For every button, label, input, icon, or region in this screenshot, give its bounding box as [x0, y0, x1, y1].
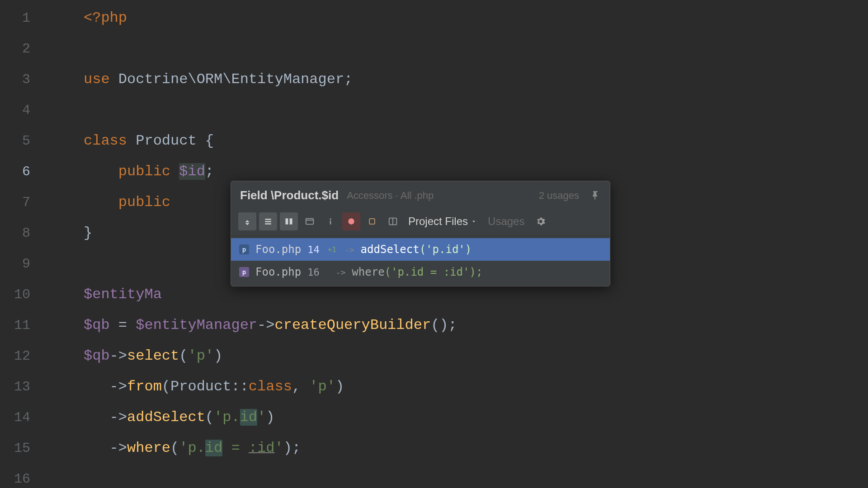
code-line[interactable]	[43, 95, 868, 126]
line-gutter: 1 2 3 4 5 6 7 8 9 10 11 12 13 14 15 16	[0, 0, 43, 488]
code-editor: 1 2 3 4 5 6 7 8 9 10 11 12 13 14 15 16 <…	[0, 0, 868, 488]
write-access-filter-button[interactable]	[363, 212, 381, 230]
line-number[interactable]: 4	[0, 95, 43, 126]
popup-title: Field \Product.$id	[240, 188, 339, 202]
code-line[interactable]: ->where('p.id = :id');	[43, 433, 868, 464]
code-line[interactable]: class Product {	[43, 126, 868, 156]
popup-toolbar: Project Files Usages	[231, 209, 610, 236]
code-line[interactable]: $qb->select('p')	[43, 341, 868, 371]
find-usages-popup: Field \Product.$id Accessors · All .php …	[231, 181, 610, 286]
php-file-icon: p	[239, 244, 249, 254]
line-number[interactable]: 5	[0, 126, 43, 156]
code-line[interactable]: use Doctrine\ORM\EntityManager;	[43, 64, 868, 95]
usages-count: 2 usages	[539, 190, 579, 202]
line-number[interactable]: 10	[0, 279, 43, 310]
result-line-number: 16	[307, 267, 320, 278]
result-arrow: ->	[336, 267, 346, 277]
scope-selector[interactable]: Project Files	[405, 215, 481, 228]
line-number[interactable]: 13	[0, 371, 43, 402]
gear-icon[interactable]	[535, 216, 546, 227]
usage-result-row[interactable]: p Foo.php 16 -> where('p.id = :id');	[231, 261, 610, 283]
result-line-number: 14	[307, 244, 320, 255]
svg-point-8	[348, 218, 354, 224]
code-line[interactable]	[43, 464, 868, 488]
code-line[interactable]: $qb = $entityManager->createQueryBuilder…	[43, 310, 868, 341]
popup-header: Field \Product.$id Accessors · All .php …	[231, 181, 610, 209]
results-list: p Foo.php 14 +1 -> addSelect('p.id') p F…	[231, 236, 610, 286]
svg-rect-1	[265, 221, 271, 222]
code-line[interactable]: ->addSelect('p.id')	[43, 402, 868, 433]
line-number[interactable]: 14	[0, 402, 43, 433]
code-line[interactable]: ->from(Product::class, 'p')	[43, 371, 868, 402]
line-number[interactable]: 9	[0, 249, 43, 279]
svg-rect-4	[290, 218, 292, 224]
result-snippet: addSelect('p.id')	[361, 243, 472, 256]
open-in-tool-window-button[interactable]	[301, 212, 319, 230]
chevron-down-icon	[471, 218, 477, 225]
usages-label: Usages	[483, 215, 529, 228]
line-number[interactable]: 15	[0, 433, 43, 464]
result-file: Foo.php	[255, 243, 301, 256]
line-number[interactable]: 6	[0, 156, 43, 187]
group-by-test-button[interactable]	[280, 212, 298, 230]
pin-icon[interactable]	[590, 190, 601, 201]
svg-rect-2	[265, 223, 271, 225]
svg-rect-3	[286, 218, 288, 224]
svg-rect-5	[306, 219, 314, 225]
read-access-filter-button[interactable]	[342, 212, 360, 230]
svg-rect-9	[369, 219, 375, 224]
line-number[interactable]: 2	[0, 33, 43, 64]
line-number[interactable]: 7	[0, 187, 43, 218]
result-badge: +1	[326, 245, 338, 254]
info-button[interactable]	[321, 212, 340, 230]
result-snippet: where('p.id = :id');	[352, 266, 482, 278]
group-by-file-button[interactable]	[259, 212, 277, 230]
code-line[interactable]	[43, 33, 868, 64]
svg-rect-7	[330, 221, 331, 224]
result-file: Foo.php	[255, 266, 301, 278]
usage-result-row[interactable]: p Foo.php 14 +1 -> addSelect('p.id')	[231, 238, 610, 261]
code-line[interactable]: <?php	[43, 3, 868, 33]
line-number[interactable]: 12	[0, 341, 43, 371]
line-number[interactable]: 8	[0, 218, 43, 249]
line-number[interactable]: 3	[0, 64, 43, 95]
code-area[interactable]: <?php use Doctrine\ORM\EntityManager; cl…	[43, 0, 868, 488]
line-number[interactable]: 16	[0, 464, 43, 488]
line-number[interactable]: 1	[0, 3, 43, 33]
svg-point-6	[330, 218, 331, 220]
svg-rect-0	[265, 219, 271, 220]
expand-all-button[interactable]	[238, 212, 256, 230]
preview-button[interactable]	[384, 212, 402, 230]
line-number[interactable]: 11	[0, 310, 43, 341]
result-arrow: ->	[344, 245, 354, 254]
php-file-icon: p	[239, 267, 249, 277]
popup-subtitle: Accessors · All .php	[347, 190, 434, 202]
